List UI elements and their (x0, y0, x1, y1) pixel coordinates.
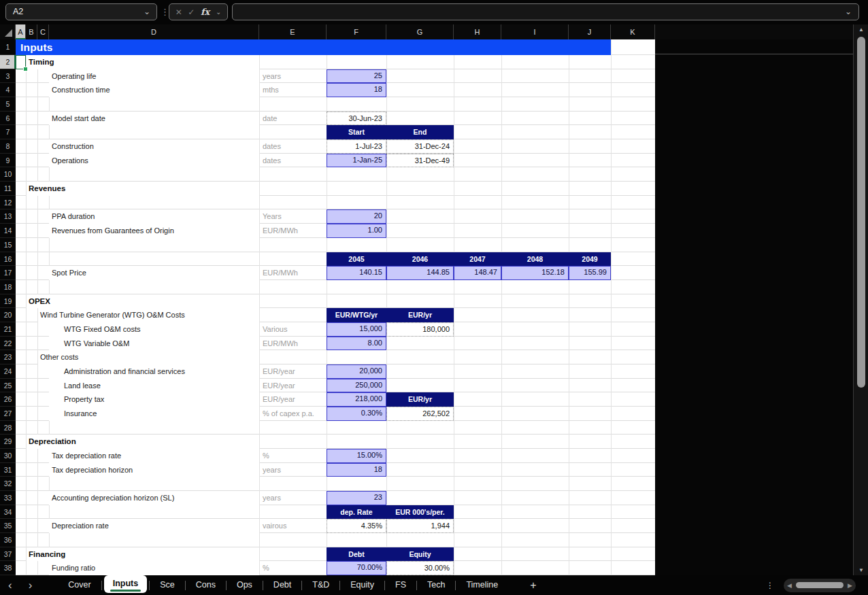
sheet-tab-ops[interactable]: Ops (227, 575, 263, 595)
cell-F22[interactable]: 8.00 (327, 337, 386, 351)
cell-F21[interactable]: 15,000 (327, 322, 386, 337)
col-header-B[interactable]: B (26, 24, 37, 39)
enter-icon[interactable]: ✓ (188, 7, 195, 17)
cell-F3[interactable]: 25 (327, 69, 386, 84)
cell-A1[interactable]: Inputs (16, 39, 611, 55)
horizontal-scrollbar[interactable]: ◀ ▶ (784, 579, 856, 592)
cell-J16[interactable]: 2049 (569, 252, 611, 267)
row-header-18[interactable]: 18 (0, 280, 16, 294)
row-header-12[interactable]: 12 (0, 196, 16, 210)
cell-G8[interactable]: 31-Dec-24 (386, 139, 454, 154)
cell-B2[interactable]: Timing (27, 55, 259, 69)
cell-G21[interactable]: 180,000 (386, 322, 454, 337)
cell-D17[interactable]: Spot Price (49, 266, 259, 280)
cell-D35[interactable]: Depreciation rate (49, 519, 259, 533)
cell-F7[interactable]: Start (327, 125, 386, 139)
row-header-9[interactable]: 9 (0, 154, 16, 168)
cell-E25[interactable]: EUR/year (259, 379, 327, 393)
cell-E13[interactable]: Years (259, 209, 327, 224)
cell-E8[interactable]: dates (259, 139, 327, 154)
fx-icon[interactable]: fx (201, 7, 210, 17)
row-header-7[interactable]: 7 (0, 125, 16, 139)
cell-F4[interactable]: 18 (327, 83, 386, 97)
cell-F31[interactable]: 18 (327, 463, 386, 477)
vertical-scrollbar[interactable]: ▲ ▼ (853, 24, 868, 575)
col-header-J[interactable]: J (569, 24, 611, 39)
row-header-8[interactable]: 8 (0, 139, 16, 154)
cell-F17[interactable]: 140.15 (327, 266, 386, 280)
row-header-22[interactable]: 22 (0, 337, 16, 351)
row-header-10[interactable]: 10 (0, 167, 16, 182)
row-header-1[interactable]: 1 (0, 39, 16, 55)
row-header-20[interactable]: 20 (0, 308, 16, 322)
cell-G27[interactable]: 262,502 (386, 407, 454, 421)
row-header-16[interactable]: 16 (0, 252, 16, 267)
row-header-11[interactable]: 11 (0, 182, 16, 196)
select-all-corner[interactable] (0, 24, 16, 39)
vertical-scrollbar-thumb[interactable] (857, 37, 865, 388)
sheet-tab-cover[interactable]: Cover (58, 575, 101, 595)
cell-D27[interactable]: Insurance (49, 407, 259, 421)
cell-G26[interactable]: EUR/yr (386, 392, 454, 407)
cell-D8[interactable]: Construction (49, 139, 259, 154)
cell-E22[interactable]: EUR/MWh (259, 337, 327, 351)
row-header-31[interactable]: 31 (0, 463, 16, 477)
cell-D4[interactable]: Construction time (49, 83, 259, 97)
row-header-35[interactable]: 35 (0, 519, 16, 533)
cell-F27[interactable]: 0.30% (327, 407, 386, 421)
cell-D24[interactable]: Administration and financial services (49, 364, 259, 379)
cell-J17[interactable]: 155.99 (569, 266, 611, 280)
cell-H16[interactable]: 2047 (454, 252, 501, 267)
row-header-26[interactable]: 26 (0, 392, 16, 407)
row-header-13[interactable]: 13 (0, 209, 16, 224)
cell-D13[interactable]: PPA duration (49, 209, 259, 224)
next-sheet-icon[interactable]: › (20, 575, 41, 595)
cell-F26[interactable]: 218,000 (327, 392, 386, 407)
cancel-icon[interactable]: ✕ (176, 7, 182, 17)
scroll-down-icon[interactable]: ▼ (854, 567, 868, 573)
row-header-37[interactable]: 37 (0, 547, 16, 562)
name-box[interactable]: A2 ⌄ (5, 3, 157, 20)
cell-B37[interactable]: Financing (27, 547, 259, 562)
cell-G17[interactable]: 144.85 (386, 266, 454, 280)
fill-handle[interactable] (24, 67, 27, 71)
row-header-32[interactable]: 32 (0, 477, 16, 491)
col-header-F[interactable]: F (327, 24, 386, 39)
cell-D9[interactable]: Operations (49, 154, 259, 168)
row-header-28[interactable]: 28 (0, 421, 16, 435)
cell-D14[interactable]: Revenues from Guarantees of Origin (49, 224, 259, 238)
cell-I16[interactable]: 2048 (501, 252, 569, 267)
cell-E24[interactable]: EUR/year (259, 364, 327, 379)
cell-B29[interactable]: Depreciation (27, 435, 259, 449)
row-header-2[interactable]: 2 (0, 55, 16, 69)
scroll-left-icon[interactable]: ◀ (784, 582, 795, 589)
sheet-tab-tech[interactable]: Tech (417, 575, 455, 595)
cell-G37[interactable]: Equity (386, 547, 454, 562)
cell-I17[interactable]: 152.18 (501, 266, 569, 280)
cell-F14[interactable]: 1.00 (327, 224, 386, 238)
row-header-23[interactable]: 23 (0, 350, 16, 364)
cell-G20[interactable]: EUR/yr (386, 308, 454, 322)
name-box-dropdown-icon[interactable]: ⌄ (144, 4, 150, 20)
cell-E4[interactable]: mths (259, 83, 327, 97)
cell-D3[interactable]: Operating life (49, 69, 259, 84)
cell-D31[interactable]: Tax depreciation horizon (49, 463, 259, 477)
col-header-D[interactable]: D (49, 24, 259, 39)
tab-options-dots-icon[interactable]: ⋮ (766, 581, 774, 590)
col-header-A[interactable]: A (16, 24, 26, 39)
cell-D33[interactable]: Accounting depreciation horizon (SL) (49, 491, 259, 505)
horizontal-scrollbar-thumb[interactable] (796, 582, 844, 588)
cell-D26[interactable]: Property tax (49, 392, 259, 407)
row-header-29[interactable]: 29 (0, 435, 16, 449)
cell-E21[interactable]: Various (259, 322, 327, 337)
sheet-tab-cons[interactable]: Cons (186, 575, 226, 595)
row-header-6[interactable]: 6 (0, 112, 16, 126)
sheet-tab-fs[interactable]: FS (385, 575, 416, 595)
row-header-38[interactable]: 38 (0, 561, 16, 575)
cell-G38[interactable]: 30.00% (386, 561, 454, 575)
cell-F9[interactable]: 1-Jan-25 (327, 154, 386, 168)
cell-E30[interactable]: % (259, 449, 327, 463)
cell-D38[interactable]: Funding ratio (49, 561, 259, 575)
cell-E35[interactable]: vairous (259, 519, 327, 533)
cell-G34[interactable]: EUR 000's/per. (386, 505, 454, 520)
